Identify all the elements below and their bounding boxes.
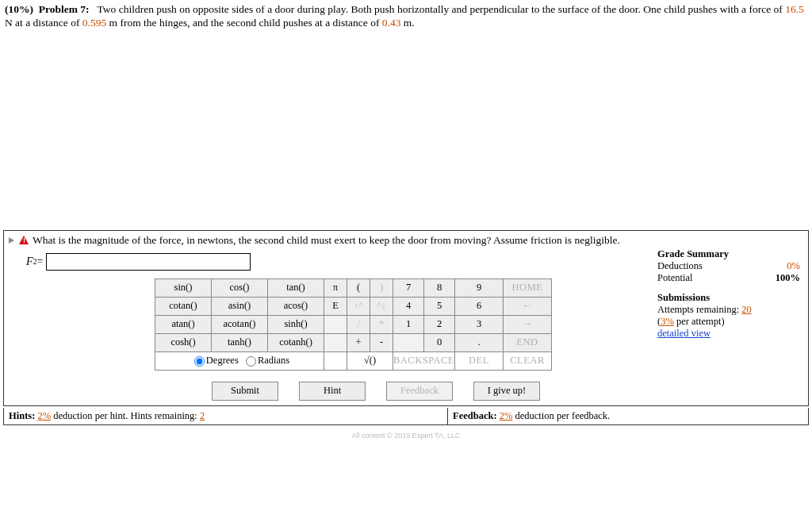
problem-text-2: N at a distance of xyxy=(5,17,82,29)
submit-button[interactable]: Submit xyxy=(212,382,278,401)
key-right[interactable]: → xyxy=(504,315,552,333)
detailed-view-link[interactable]: detailed view xyxy=(657,328,800,340)
action-row: Submit Hint Feedback I give up! xyxy=(155,382,657,401)
key-7[interactable]: 7 xyxy=(393,278,424,297)
degrees-radio[interactable] xyxy=(194,356,205,367)
hints-feedback-row: Hints: 2% deduction per hint. Hints rema… xyxy=(3,408,809,425)
feedback-tail: deduction per feedback. xyxy=(512,410,610,421)
key-minus[interactable]: - xyxy=(370,333,393,351)
giveup-button[interactable]: I give up! xyxy=(473,382,540,401)
attempts-label: Attempts remaining: xyxy=(657,304,741,315)
key-backspace[interactable]: BACKSPACE xyxy=(393,351,455,370)
key-5[interactable]: 5 xyxy=(424,297,455,315)
problem-text-1: Two children push on opposite sides of a… xyxy=(98,3,786,15)
key-sqrt[interactable]: √() xyxy=(347,351,393,370)
key-blank1 xyxy=(324,315,347,333)
mode-row: Degrees Radians xyxy=(155,351,324,370)
key-blank2 xyxy=(324,333,347,351)
key-sup[interactable]: ↑^ xyxy=(347,297,370,315)
problem-image-area xyxy=(0,32,812,230)
key-rparen[interactable]: ) xyxy=(370,278,393,297)
key-0[interactable]: 0 xyxy=(424,333,455,351)
degrees-label: Degrees xyxy=(206,355,239,366)
radians-radio[interactable] xyxy=(246,356,256,367)
hints-label: Hints: xyxy=(9,410,35,421)
hints-cell: Hints: 2% deduction per hint. Hints rema… xyxy=(4,408,448,424)
problem-dist1: 0.595 xyxy=(82,17,106,29)
key-8[interactable]: 8 xyxy=(424,278,455,297)
potential-value: 100% xyxy=(776,272,800,284)
hints-tail: deduction per hint. Hints remaining: xyxy=(51,410,200,421)
key-end[interactable]: END xyxy=(504,333,552,351)
key-cos[interactable]: cos() xyxy=(212,278,268,297)
answer-input[interactable] xyxy=(46,253,251,271)
key-cotan[interactable]: cotan() xyxy=(155,297,212,315)
key-dot[interactable]: . xyxy=(455,333,504,351)
key-4[interactable]: 4 xyxy=(393,297,424,315)
problem-weight: (10%) xyxy=(5,3,33,15)
footer: All content © 2019 Expert TA, LLC xyxy=(0,425,812,441)
problem-text-4: m. xyxy=(400,17,414,29)
feedback-label: Feedback: xyxy=(453,410,497,421)
key-sub[interactable]: ^↓ xyxy=(370,297,393,315)
key-del[interactable]: DEL xyxy=(455,351,504,370)
hints-value: 2% xyxy=(37,410,51,421)
key-plus[interactable]: + xyxy=(347,333,370,351)
problem-statement: (10%) Problem 7: Two children push on op… xyxy=(0,0,812,32)
warning-icon xyxy=(19,236,29,244)
problem-dist2: 0.43 xyxy=(382,17,401,29)
key-lparen[interactable]: ( xyxy=(347,278,370,297)
key-mul[interactable]: * xyxy=(370,315,393,333)
answer-eq: = xyxy=(37,255,44,268)
key-3[interactable]: 3 xyxy=(455,315,504,333)
key-blank3 xyxy=(393,333,424,351)
potential-label: Potential xyxy=(657,272,692,284)
hints-remaining: 2 xyxy=(200,410,205,421)
answer-var: F xyxy=(26,255,33,268)
feedback-value: 2% xyxy=(500,410,513,421)
key-home[interactable]: HOME xyxy=(504,278,552,297)
question-row: What is the magnitude of the force, in n… xyxy=(4,231,808,248)
question-text: What is the magnitude of the force, in n… xyxy=(33,234,620,247)
feedback-cell: Feedback: 2% deduction per feedback. xyxy=(448,408,808,424)
key-2[interactable]: 2 xyxy=(424,315,455,333)
grade-summary: Grade Summary Deductions 0% Potential 10… xyxy=(657,248,808,340)
key-acos[interactable]: acos() xyxy=(268,297,324,315)
key-clear[interactable]: CLEAR xyxy=(504,351,552,370)
key-tanh[interactable]: tanh() xyxy=(212,333,268,351)
key-left[interactable]: ← xyxy=(504,297,552,315)
radians-label: Radians xyxy=(258,355,289,366)
key-div[interactable]: / xyxy=(347,315,370,333)
key-pi[interactable]: π xyxy=(324,278,347,297)
per-attempt-value: 3% xyxy=(661,316,674,327)
attempts-value: 20 xyxy=(741,304,752,315)
hint-button[interactable]: Hint xyxy=(299,382,366,401)
key-cotanh[interactable]: cotanh() xyxy=(268,333,324,351)
key-e[interactable]: E xyxy=(324,297,347,315)
key-9[interactable]: 9 xyxy=(455,278,504,297)
problem-force: 16.5 xyxy=(785,3,804,15)
keypad: sin() cos() tan() π ( ) 7 8 9 HOME cotan… xyxy=(4,275,657,405)
key-sin[interactable]: sin() xyxy=(155,278,212,297)
key-6[interactable]: 6 xyxy=(455,297,504,315)
key-asin[interactable]: asin() xyxy=(212,297,268,315)
feedback-button[interactable]: Feedback xyxy=(386,382,453,401)
question-block: What is the magnitude of the force, in n… xyxy=(3,230,809,406)
answer-row: F2 = xyxy=(4,248,657,275)
key-cosh[interactable]: cosh() xyxy=(155,333,212,351)
problem-label: Problem 7: xyxy=(36,3,89,15)
deductions-label: Deductions xyxy=(657,260,703,272)
submissions-title: Submissions xyxy=(657,292,800,304)
per-attempt-label: per attempt) xyxy=(674,316,725,327)
deductions-value: 0% xyxy=(787,260,800,272)
problem-text-3: m from the hinges, and the second child … xyxy=(106,17,382,29)
key-sinh[interactable]: sinh() xyxy=(268,315,324,333)
key-acotan[interactable]: acotan() xyxy=(212,315,268,333)
key-1[interactable]: 1 xyxy=(393,315,424,333)
key-atan[interactable]: atan() xyxy=(155,315,212,333)
expand-icon[interactable] xyxy=(9,237,14,244)
key-tan[interactable]: tan() xyxy=(268,278,324,297)
grade-summary-title: Grade Summary xyxy=(657,248,800,260)
